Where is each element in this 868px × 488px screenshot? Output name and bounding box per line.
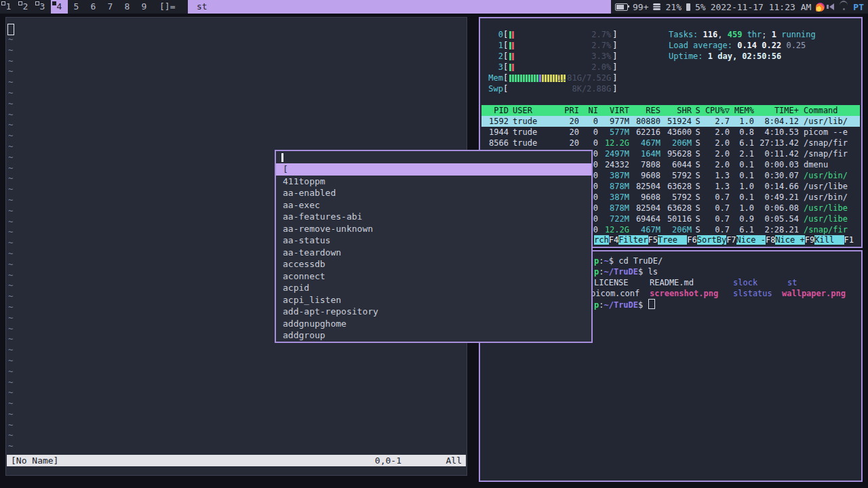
fkey-segment[interactable]: F4Filter (609, 235, 648, 245)
process-cell: 2.1 (730, 148, 754, 159)
process-cell: 24332 (598, 159, 629, 170)
column-header[interactable]: NI (579, 105, 598, 116)
process-cell: 0.1 (730, 159, 754, 170)
process-cell: 0 (579, 138, 598, 148)
meter-label: Mem (483, 73, 503, 83)
tasks-line: Tasks: 116, 459 thr; 1 running (669, 29, 816, 40)
tag-indicator (52, 1, 56, 5)
process-cell: 2.7 (704, 116, 730, 127)
tag-label: 4 (57, 1, 62, 12)
launcher-item[interactable]: aa-features-abi (276, 211, 591, 223)
column-header[interactable]: VIRT (598, 105, 629, 116)
column-header[interactable]: PRI (556, 105, 579, 116)
tilde-line: ~ (8, 313, 13, 324)
tilde-line: ~ (8, 35, 13, 45)
column-header[interactable]: TIME+ (754, 105, 799, 116)
tag-indicator (1, 1, 5, 5)
fkey-segment[interactable]: F7Nice - (726, 235, 766, 245)
launcher-item[interactable]: addgnupghome (276, 318, 591, 330)
column-header[interactable]: USER (509, 105, 556, 116)
process-cell: 4:10.53 (754, 127, 799, 138)
layout-indicator[interactable]: []= (153, 0, 188, 14)
launcher-item[interactable]: aconnect (276, 270, 591, 283)
swap-meter: Swp[8K/2.88G] (483, 83, 617, 94)
meter-value: 3.3% (591, 51, 611, 62)
volume-icon[interactable] (829, 3, 834, 10)
column-header[interactable]: S (692, 105, 704, 116)
tilde-line: ~ (8, 249, 13, 260)
launcher-item[interactable]: accessdb (276, 258, 591, 270)
cpu-meter-2: 2[3.3%] (483, 51, 617, 62)
process-cell: 27:13.42 (754, 138, 799, 148)
terminal-text: ~/TruDE (604, 300, 638, 310)
focused-window-title: st (188, 0, 611, 14)
process-row[interactable]: 8566trude20012.2G467M206MS2.06.127:13.42… (481, 138, 860, 148)
process-cell: 1.3 (704, 170, 730, 181)
column-header[interactable]: MEM% (730, 105, 754, 116)
tag-2[interactable]: 2 (17, 0, 34, 14)
process-cell: 2.0 (704, 127, 730, 138)
process-row[interactable]: 1592trude200977M8088051924S2.71.08:04.12… (481, 116, 860, 127)
tag-9[interactable]: 9 (136, 0, 153, 14)
meter-tick (539, 75, 541, 82)
tray-flame-icon[interactable] (816, 3, 825, 12)
tag-1[interactable]: 1 (0, 0, 17, 14)
process-cell: 63628 (660, 181, 692, 192)
process-cell: 12.2G (598, 138, 629, 148)
launcher-item[interactable]: addgroup (276, 329, 591, 342)
fkey-segment[interactable]: rch (594, 235, 609, 245)
launcher-item[interactable]: aa-enabled (276, 187, 591, 199)
info-segment: 0.25 (786, 41, 806, 50)
column-header[interactable]: PID (481, 105, 509, 116)
process-cell: 7808 (629, 159, 660, 170)
launcher-item[interactable]: aa-status (276, 235, 591, 247)
fkey-segment[interactable]: F8Nice + (766, 235, 805, 245)
process-cell: 2.0 (704, 159, 730, 170)
column-header[interactable]: Command (799, 105, 860, 116)
keyboard-layout[interactable]: PT (853, 2, 864, 12)
wifi-icon[interactable] (839, 3, 848, 10)
launcher-item[interactable]: acpi_listen (276, 294, 591, 306)
process-cell: S (692, 127, 704, 138)
process-cell: 20 (556, 138, 579, 148)
fkey-segment[interactable]: F5Tree (648, 235, 688, 245)
launcher-item[interactable]: 411toppm (276, 176, 591, 188)
tag-4[interactable]: 4 (51, 0, 68, 14)
tag-7[interactable]: 7 (102, 0, 119, 14)
process-cell: 878M (598, 181, 629, 192)
htop-function-key-bar: rchF4FilterF5Tree F6SortByF7Nice -F8Nice… (594, 235, 854, 245)
process-cell: 95628 (660, 148, 692, 159)
info-segment: 1 day, 02:50:56 (708, 52, 781, 61)
process-cell: 8566 (481, 138, 509, 148)
launcher-item[interactable]: aa-exec (276, 199, 591, 211)
launcher-item[interactable]: aa-remove-unknown (276, 223, 591, 235)
process-cell: S (692, 224, 704, 235)
fkey-label: SortBy (697, 235, 726, 245)
launcher-item[interactable]: acpid (276, 282, 591, 294)
tag-5[interactable]: 5 (68, 0, 85, 14)
fkey-segment[interactable]: F1 (844, 235, 854, 245)
fkey-segment[interactable]: F9Kill (805, 235, 844, 245)
process-cell: 467M (629, 138, 660, 148)
launcher-item[interactable]: aa-teardown (276, 247, 591, 259)
process-row[interactable]: 1944trude200577M6221643600S2.00.84:10.53… (481, 127, 860, 138)
launcher-item[interactable]: add-apt-repository (276, 306, 591, 318)
tilde-line: ~ (8, 302, 13, 313)
terminal-text: screenshot.png (650, 288, 718, 299)
tag-6[interactable]: 6 (85, 0, 102, 14)
process-cell: /usr/lib/ (799, 116, 860, 127)
column-header[interactable]: RES (629, 105, 660, 116)
disk-icon (653, 3, 660, 10)
tag-3[interactable]: 3 (34, 0, 51, 14)
launcher-input[interactable] (276, 151, 591, 163)
workspace-tags: 123456789 (0, 0, 153, 14)
column-header[interactable]: CPU%▽ (704, 105, 730, 116)
process-cell: 69464 (629, 214, 660, 224)
process-cell: 82504 (629, 203, 660, 214)
process-cell: 0:14.66 (754, 181, 799, 192)
launcher-item[interactable]: [ (276, 163, 591, 176)
info-segment: 116 (703, 30, 718, 39)
fkey-segment[interactable]: F6SortBy (687, 235, 726, 245)
tag-8[interactable]: 8 (119, 0, 136, 14)
column-header[interactable]: SHR (660, 105, 692, 116)
